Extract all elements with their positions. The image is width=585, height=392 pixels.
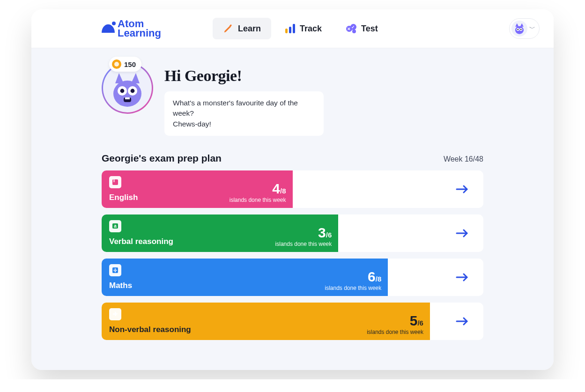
greeting-title: Hi Georgie! xyxy=(164,67,483,85)
subject-row[interactable]: Maths 6/8 islands done this week xyxy=(102,259,483,296)
islands-done: 4 xyxy=(272,181,280,196)
islands-caption: islands done this week xyxy=(230,197,286,203)
islands-caption: islands done this week xyxy=(325,285,382,291)
islands-total: /6 xyxy=(326,231,332,239)
svg-point-21 xyxy=(115,271,116,273)
app-frame: Atom Learning Learn Track ✕✓ Test xyxy=(31,9,554,370)
subject-icon: a xyxy=(109,220,121,232)
subject-open-arrow[interactable] xyxy=(441,259,483,296)
subject-progress-fill: English 4/8 islands done this week xyxy=(102,170,293,208)
subject-progress-fill: Non-verbal reasoning 5/6 islands done th… xyxy=(102,303,430,340)
subject-row[interactable]: a Verbal reasoning 3/6 islands done this… xyxy=(102,214,483,252)
nav-tab-track[interactable]: Track xyxy=(275,18,332,39)
coin-badge[interactable]: 150 xyxy=(109,57,141,72)
nav-tab-test[interactable]: ✕✓ Test xyxy=(336,18,388,39)
subject-stats: 3/6 islands done this week xyxy=(275,219,332,247)
arrow-right-icon xyxy=(455,185,469,194)
dashboard-body: 150 Hi Georgi xyxy=(31,48,554,370)
islands-caption: islands done this week xyxy=(275,241,332,247)
joke-bubble: What's a monster's favourite day of the … xyxy=(164,91,324,136)
plan-week: Week 16/48 xyxy=(444,155,483,163)
islands-total: /8 xyxy=(280,187,286,195)
nav-label: Track xyxy=(300,24,322,34)
joke-line2: Chews-day! xyxy=(173,119,315,129)
arrow-right-icon xyxy=(455,273,469,282)
greeting-row: 150 Hi Georgi xyxy=(102,62,483,136)
islands-caption: islands done this week xyxy=(367,329,423,335)
svg-point-19 xyxy=(115,269,116,270)
brand-line2: Learning xyxy=(118,29,161,38)
islands-total: /6 xyxy=(417,319,423,327)
subject-open-arrow[interactable] xyxy=(441,170,483,208)
subject-progress-fill: a Verbal reasoning 3/6 islands done this… xyxy=(102,214,338,252)
header: Atom Learning Learn Track ✕✓ Test xyxy=(31,9,554,48)
subject-stats: 6/8 islands done this week xyxy=(325,263,382,291)
avatar-wrap: 150 xyxy=(102,62,153,114)
svg-rect-12 xyxy=(112,179,118,185)
profile-menu[interactable]: ﹀ xyxy=(509,18,540,39)
plan-header: Georgie's exam prep plan Week 16/48 xyxy=(102,153,483,164)
svg-point-3 xyxy=(517,29,518,30)
coin-icon xyxy=(112,59,121,69)
avatar-icon xyxy=(511,21,527,37)
svg-text:a: a xyxy=(114,223,117,229)
subject-icon xyxy=(109,264,121,276)
svg-point-4 xyxy=(520,29,522,30)
subject-stats: 4/8 islands done this week xyxy=(230,175,286,203)
arrow-right-icon xyxy=(455,229,469,238)
subject-row[interactable]: Non-verbal reasoning 5/6 islands done th… xyxy=(102,303,483,340)
subject-progress-fill: Maths 6/8 islands done this week xyxy=(102,259,388,296)
islands-done: 6 xyxy=(368,269,376,284)
main-nav: Learn Track ✕✓ Test xyxy=(213,18,388,39)
subjects-list: English 4/8 islands done this week a Ver… xyxy=(102,170,483,340)
pencil-icon xyxy=(223,23,233,34)
subject-row[interactable]: English 4/8 islands done this week xyxy=(102,170,483,208)
subject-open-arrow[interactable] xyxy=(441,214,483,252)
islands-done: 3 xyxy=(318,225,326,240)
svg-point-0 xyxy=(515,26,524,34)
svg-rect-13 xyxy=(113,179,115,182)
arrow-right-icon xyxy=(455,317,469,326)
nav-label: Learn xyxy=(238,24,261,34)
subject-icon xyxy=(109,176,121,188)
svg-point-8 xyxy=(120,89,125,93)
brand-mark-icon xyxy=(102,24,115,33)
islands-done: 5 xyxy=(410,313,418,328)
islands-total: /8 xyxy=(376,275,382,283)
subject-open-arrow[interactable] xyxy=(441,303,483,340)
svg-rect-20 xyxy=(114,270,117,271)
nav-label: Test xyxy=(361,24,378,34)
subject-icon xyxy=(109,308,121,320)
bars-icon xyxy=(285,24,295,33)
joke-line1: What's a monster's favourite day of the … xyxy=(173,98,315,119)
svg-rect-11 xyxy=(125,97,130,99)
brand-logo[interactable]: Atom Learning xyxy=(102,19,161,38)
plan-title: Georgie's exam prep plan xyxy=(102,153,222,164)
svg-point-9 xyxy=(131,89,135,93)
subject-stats: 5/6 islands done this week xyxy=(367,307,423,335)
nav-tab-learn[interactable]: Learn xyxy=(213,18,271,39)
test-icon: ✕✓ xyxy=(346,24,356,33)
svg-point-5 xyxy=(113,81,141,107)
chevron-down-icon: ﹀ xyxy=(529,24,535,33)
coin-count: 150 xyxy=(124,60,136,68)
